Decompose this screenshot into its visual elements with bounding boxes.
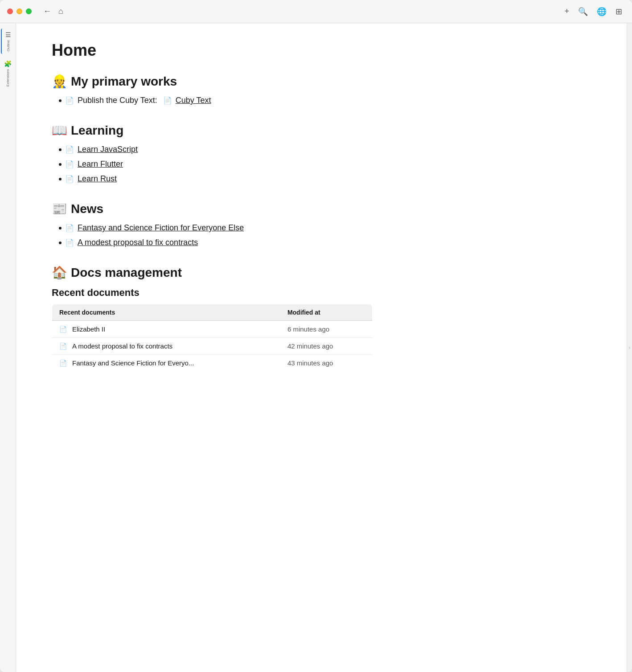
modest-proposal-link[interactable]: A modest proposal to fix contracts [78, 238, 198, 247]
search-button[interactable]: 🔍 [575, 4, 591, 19]
cuby-text-link[interactable]: Cuby Text [176, 96, 211, 105]
col-header-modified: Modified at [280, 304, 373, 321]
bullet-icon [59, 148, 62, 151]
page-title: Home [52, 41, 591, 60]
bullet-icon [59, 163, 62, 166]
toolbar-right: + 🔍 🌐 ⊞ [562, 4, 625, 19]
learning-title: Learning [71, 123, 123, 138]
table-row: 📄 A modest proposal to fix contracts 42 … [52, 338, 373, 355]
learn-rust-link[interactable]: Learn Rust [78, 174, 117, 184]
recent-documents-table: Recent documents Modified at 📄 Elizabeth… [52, 304, 373, 372]
learn-javascript-link[interactable]: Learn JavaScript [78, 145, 138, 154]
table-row: 📄 Elizabeth II 6 minutes ago [52, 321, 373, 338]
list-item: 📄 Learn JavaScript [59, 145, 591, 154]
bullet-icon [59, 178, 62, 180]
recent-documents-heading: Recent documents [52, 287, 591, 299]
table-cell-name: 📄 Fantasy and Science Fiction for Everyo… [52, 355, 280, 372]
traffic-lights [7, 8, 32, 14]
table-cell-modified: 43 minutes ago [280, 355, 373, 372]
list-item: 📄 Learn Flutter [59, 160, 591, 169]
news-list: 📄 Fantasy and Science Fiction for Everyo… [59, 223, 591, 247]
layout-button[interactable]: ⊞ [613, 4, 625, 19]
list-item: 📄 Fantasy and Science Fiction for Everyo… [59, 223, 591, 233]
right-arrow-icon: › [629, 345, 630, 350]
outline-label: Outline [6, 40, 10, 51]
extensions-label: Extensions [6, 69, 10, 86]
col-header-name: Recent documents [52, 304, 280, 321]
app-window: ← ⌂ + 🔍 🌐 ⊞ ☰ Outline 🧩 Extensions Home [0, 0, 632, 672]
table-header-row: Recent documents Modified at [52, 304, 373, 321]
primary-works-list: 📄 Publish the Cuby Text: 📄 Cuby Text [59, 96, 591, 105]
learning-list: 📄 Learn JavaScript 📄 Learn Flutter 📄 Lea… [59, 145, 591, 184]
titlebar: ← ⌂ + 🔍 🌐 ⊞ [0, 0, 632, 23]
news-emoji: 📰 [52, 201, 67, 216]
doc-icon: 📄 [163, 96, 172, 105]
primary-works-emoji: 👷 [52, 74, 67, 89]
sidebar: ☰ Outline 🧩 Extensions [0, 23, 16, 672]
section-learning: 📖 Learning 📄 Learn JavaScript 📄 Learn Fl… [52, 123, 591, 184]
close-button[interactable] [7, 8, 13, 14]
table-cell-modified: 42 minutes ago [280, 338, 373, 355]
learn-flutter-link[interactable]: Learn Flutter [78, 160, 123, 169]
bullet-icon [59, 242, 62, 244]
bullet-icon [59, 227, 62, 229]
section-news: 📰 News 📄 Fantasy and Science Fiction for… [52, 201, 591, 247]
section-docs-management: 🏠 Docs management Recent documents Recen… [52, 265, 591, 372]
outline-icon: ☰ [5, 31, 11, 38]
learning-emoji: 📖 [52, 123, 67, 138]
nav-buttons: ← ⌂ [41, 5, 66, 18]
table-cell-name: 📄 A modest proposal to fix contracts [52, 338, 280, 355]
doc-icon: 📄 [65, 238, 74, 247]
table-cell-name: 📄 Elizabeth II [52, 321, 280, 338]
list-item: 📄 Learn Rust [59, 174, 591, 184]
news-title: News [71, 202, 103, 216]
sidebar-item-outline[interactable]: ☰ Outline [1, 29, 15, 54]
fantasy-fiction-link[interactable]: Fantasy and Science Fiction for Everyone… [78, 223, 244, 233]
sidebar-item-extensions[interactable]: 🧩 Extensions [1, 57, 15, 89]
doc-name: A modest proposal to fix contracts [72, 342, 172, 350]
section-heading-docs-management: 🏠 Docs management [52, 265, 591, 280]
minimize-button[interactable] [16, 8, 22, 14]
list-item: 📄 Publish the Cuby Text: 📄 Cuby Text [59, 96, 591, 105]
doc-icon: 📄 [65, 160, 74, 168]
doc-icon: 📄 [65, 145, 74, 154]
table-section: Recent documents Recent documents Modifi… [52, 287, 591, 372]
doc-icon: 📄 [65, 96, 74, 105]
doc-name: Elizabeth II [72, 325, 105, 333]
extensions-icon: 🧩 [4, 60, 12, 67]
docs-management-title: Docs management [71, 266, 182, 280]
doc-icon: 📄 [65, 175, 74, 183]
section-primary-works: 👷 My primary works 📄 Publish the Cuby Te… [52, 74, 591, 105]
table-cell-modified: 6 minutes ago [280, 321, 373, 338]
doc-icon: 📄 [59, 360, 67, 367]
content-area: Home 👷 My primary works 📄 Publish the Cu… [16, 23, 627, 672]
table-row: 📄 Fantasy and Science Fiction for Everyo… [52, 355, 373, 372]
home-button[interactable]: ⌂ [56, 5, 66, 18]
doc-icon: 📄 [59, 326, 67, 333]
section-heading-primary-works: 👷 My primary works [52, 74, 591, 89]
publish-text: Publish the Cuby Text: [78, 96, 160, 105]
main-layout: ☰ Outline 🧩 Extensions Home 👷 My primary… [0, 23, 632, 672]
globe-button[interactable]: 🌐 [594, 4, 609, 19]
maximize-button[interactable] [26, 8, 32, 14]
docs-management-emoji: 🏠 [52, 265, 67, 280]
back-button[interactable]: ← [41, 5, 54, 18]
bullet-icon [59, 99, 62, 102]
add-button[interactable]: + [562, 4, 572, 19]
section-heading-news: 📰 News [52, 201, 591, 216]
section-heading-learning: 📖 Learning [52, 123, 591, 138]
right-edge: › [627, 23, 632, 672]
list-item: 📄 A modest proposal to fix contracts [59, 238, 591, 247]
doc-name: Fantasy and Science Fiction for Everyo..… [72, 359, 194, 367]
doc-icon: 📄 [59, 343, 67, 350]
doc-icon: 📄 [65, 224, 74, 232]
primary-works-title: My primary works [71, 74, 177, 89]
